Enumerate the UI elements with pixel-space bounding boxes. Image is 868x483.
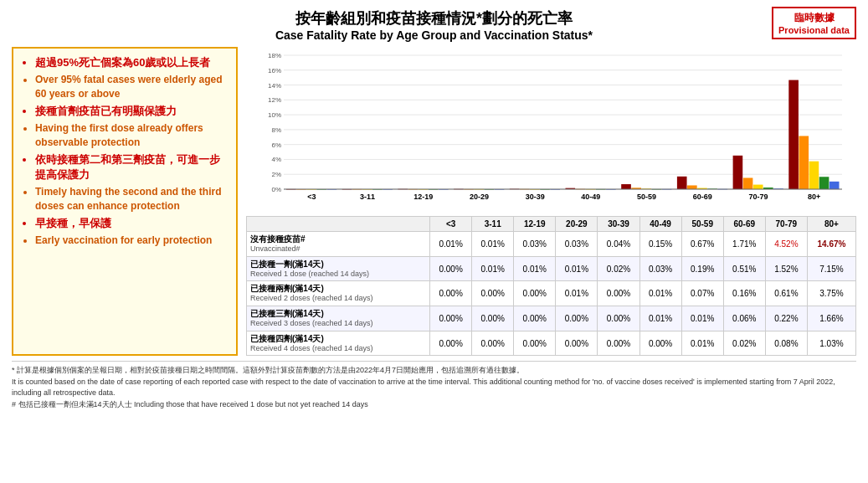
col-header-6: 50-59 (681, 217, 723, 232)
provisional-en: Provisional data (778, 25, 850, 35)
table-row: 已接種四劑(滿14天)Received 4 doses (reached 14 … (247, 331, 856, 356)
svg-text:4%: 4% (271, 156, 281, 163)
cell-r1-c3: 0.01% (556, 256, 598, 281)
svg-text:70-79: 70-79 (748, 193, 768, 201)
row-header-2: 已接種兩劑(滿14天)Received 2 doses (reached 14 … (247, 281, 430, 306)
svg-text:50-59: 50-59 (637, 193, 656, 201)
cell-r3-c5: 0.01% (639, 306, 681, 331)
table-row: 已接種一劑(滿14天)Received 1 dose (reached 14 d… (247, 256, 856, 281)
table-row: 已接種三劑(滿14天)Received 3 doses (reached 14 … (247, 306, 856, 331)
cell-r1-c7: 0.51% (723, 256, 765, 281)
cell-r2-c0: 0.00% (430, 281, 472, 306)
row-header-0: 沒有接種疫苗#Unvaccinated# (247, 232, 430, 257)
cell-r0-c2: 0.03% (514, 232, 556, 257)
row-zh-3: 已接種三劑(滿14天) (250, 308, 427, 319)
svg-text:8%: 8% (271, 126, 281, 134)
svg-text:14%: 14% (268, 82, 281, 90)
svg-rect-26 (621, 184, 631, 189)
cell-r1-c4: 0.02% (598, 256, 639, 281)
svg-rect-49 (809, 162, 819, 189)
bullet-en-0: Over 95% fatal cases were elderly aged 6… (35, 73, 228, 101)
cell-r1-c1: 0.01% (472, 256, 514, 281)
row-zh-4: 已接種四劑(滿14天) (250, 333, 427, 344)
cell-r3-c6: 0.01% (681, 306, 723, 331)
table-header-label (247, 217, 430, 232)
bullet-en-1: Having the first dose already offers obs… (35, 121, 228, 150)
row-header-4: 已接種四劑(滿14天)Received 4 doses (reached 14 … (247, 331, 430, 356)
cell-r4-c4: 0.00% (598, 331, 639, 356)
cell-r4-c5: 0.00% (639, 331, 681, 356)
cell-r2-c3: 0.01% (556, 281, 598, 306)
svg-rect-37 (687, 185, 697, 189)
row-header-3: 已接種三劑(滿14天)Received 3 doses (reached 14 … (247, 306, 430, 331)
title-en: Case Fatality Rate by Age Group and Vacc… (12, 28, 856, 42)
bullet-list: 超過95%死亡個案為60歲或以上長者Over 95% fatal cases w… (22, 55, 228, 248)
cell-r1-c9: 7.15% (807, 256, 855, 281)
cell-r1-c6: 0.19% (681, 256, 723, 281)
row-en-1: Received 1 dose (reached 14 days) (250, 270, 427, 280)
bar-chart: 0%2%4%6%8%10%12%14%16%18%<33-1112-1920-2… (246, 47, 856, 214)
cell-r0-c4: 0.04% (598, 232, 639, 257)
cell-r3-c4: 0.00% (598, 306, 639, 331)
row-header-1: 已接種一劑(滿14天)Received 1 dose (reached 14 d… (247, 256, 430, 281)
col-header-5: 40-49 (639, 217, 681, 232)
cell-r0-c3: 0.03% (556, 232, 598, 257)
svg-text:60-69: 60-69 (693, 193, 712, 201)
svg-text:3-11: 3-11 (360, 193, 375, 201)
left-panel: 超過95%死亡個案為60歲或以上長者Over 95% fatal cases w… (12, 47, 238, 356)
col-header-3: 20-29 (556, 217, 598, 232)
cell-r2-c8: 0.61% (765, 281, 807, 306)
footer: * 計算是根據個別個案的呈報日期，相對於疫苗接種日期之時間間隔。這額外對計算疫苗… (12, 361, 856, 410)
svg-text:12%: 12% (268, 96, 281, 104)
bullet-zh-0: 超過95%死亡個案為60歲或以上長者 (35, 55, 228, 70)
bullet-en-2: Timely having the second and the third d… (35, 185, 228, 213)
cell-r1-c2: 0.01% (514, 256, 556, 281)
cell-r1-c8: 1.52% (765, 256, 807, 281)
chart-area: 0%2%4%6%8%10%12%14%16%18%<33-1112-1920-2… (246, 47, 856, 214)
cell-r4-c0: 0.00% (430, 331, 472, 356)
svg-rect-38 (743, 177, 753, 189)
cell-r4-c6: 0.01% (681, 331, 723, 356)
cell-r2-c4: 0.00% (598, 281, 639, 306)
svg-text:2%: 2% (271, 171, 281, 178)
cell-r3-c9: 1.66% (807, 306, 855, 331)
svg-text:30-39: 30-39 (526, 193, 545, 201)
footer-note-2: # 包括已接種一劑但未滿14天的人士 Including those that … (12, 399, 856, 411)
bullet-zh-3: 早接種，早保護 (35, 216, 228, 231)
svg-text:<3: <3 (307, 193, 316, 201)
row-en-0: Unvaccinated# (250, 244, 427, 254)
svg-text:0%: 0% (271, 186, 281, 193)
cell-r0-c1: 0.01% (472, 232, 514, 257)
row-zh-0: 沒有接種疫苗# (250, 234, 427, 244)
svg-text:12-19: 12-19 (413, 193, 433, 201)
svg-text:18%: 18% (268, 52, 281, 59)
cell-r4-c7: 0.02% (723, 331, 765, 356)
page-container: 臨時數據 Provisional data 按年齡組別和疫苗接種情況*劃分的死亡… (0, 0, 868, 483)
cell-r0-c5: 0.15% (639, 232, 681, 257)
cell-r2-c7: 0.16% (723, 281, 765, 306)
svg-text:6%: 6% (271, 141, 281, 149)
cell-r0-c7: 1.71% (723, 232, 765, 257)
table-row: 沒有接種疫苗#Unvaccinated#0.01%0.01%0.03%0.03%… (247, 232, 856, 257)
cell-r0-c9: 14.67% (807, 232, 855, 257)
cell-r1-c0: 0.00% (430, 256, 472, 281)
svg-rect-28 (733, 156, 743, 189)
data-table: <33-1112-1920-2930-3940-4950-5960-6970-7… (246, 216, 856, 356)
cell-r3-c1: 0.00% (472, 306, 514, 331)
cell-r4-c1: 0.00% (472, 331, 514, 356)
col-header-2: 12-19 (514, 217, 556, 232)
cell-r3-c7: 0.06% (723, 306, 765, 331)
footer-note-1-zh: * 計算是根據個別個案的呈報日期，相對於疫苗接種日期之時間間隔。這額外對計算疫苗… (12, 365, 856, 377)
bullet-en-3: Early vaccination for early protection (35, 234, 228, 248)
cell-r4-c3: 0.00% (556, 331, 598, 356)
svg-text:20-29: 20-29 (470, 193, 489, 201)
table-row: 已接種兩劑(滿14天)Received 2 doses (reached 14 … (247, 281, 856, 306)
svg-text:16%: 16% (268, 67, 281, 75)
cell-r0-c8: 4.52% (765, 232, 807, 257)
svg-rect-59 (819, 177, 829, 189)
cell-r2-c9: 3.75% (807, 281, 855, 306)
title-area: 按年齡組別和疫苗接種情況*劃分的死亡率 Case Fatality Rate b… (12, 8, 856, 42)
svg-rect-69 (829, 182, 840, 189)
cell-r3-c2: 0.00% (514, 306, 556, 331)
cell-r2-c1: 0.00% (472, 281, 514, 306)
